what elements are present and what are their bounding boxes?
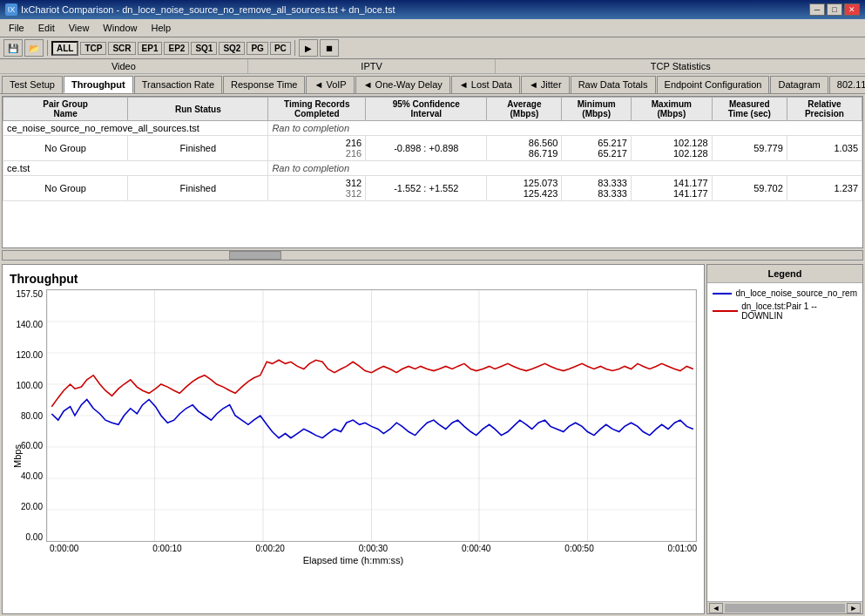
tag-all[interactable]: ALL: [51, 41, 78, 56]
tab-response-time[interactable]: Response Time: [223, 76, 305, 93]
menu-edit[interactable]: Edit: [33, 21, 60, 35]
table-row: No Group Finished 216216 -0.898 : +0.898…: [3, 136, 862, 161]
scroll-left[interactable]: ◄: [709, 603, 723, 613]
col-records: Timing RecordsCompleted: [268, 98, 366, 121]
tabs-row: Test Setup Throughput Transaction Rate R…: [0, 74, 865, 93]
avg-2: 125.073125.423: [487, 176, 562, 201]
legend-label-1: dn_loce_noise_source_no_rem: [735, 288, 857, 298]
tab-jitter[interactable]: ◄ Jitter: [521, 76, 570, 93]
menu-help[interactable]: Help: [145, 21, 176, 35]
toolbar: 💾 📂 ALL TCP SCR EP1 EP2 SQ1 SQ2 PG PC ▶ …: [0, 37, 865, 59]
tag-scr[interactable]: SCR: [108, 42, 135, 55]
tab-raw-data-totals[interactable]: Raw Data Totals: [571, 76, 656, 93]
legend-color-1: [713, 293, 732, 294]
save-button[interactable]: 💾: [3, 39, 23, 57]
toolbar-separator-2: [294, 40, 295, 56]
table-row: ce_noise_source_no_remove_all_sources.ts…: [3, 121, 862, 136]
main-content: Pair GroupName Run Status Timing Records…: [0, 94, 865, 616]
menu-view[interactable]: View: [64, 21, 95, 35]
filename-2: ce.tst: [3, 161, 268, 176]
col-time: MeasuredTime (sec): [712, 98, 787, 121]
col-max: Maximum(Mbps): [631, 98, 712, 121]
tab-endpoint-config[interactable]: Endpoint Configuration: [657, 76, 770, 93]
play-button[interactable]: ▶: [299, 39, 318, 57]
maximize-button[interactable]: □: [827, 3, 842, 16]
tab-one-way-delay[interactable]: ◄ One-Way Delay: [355, 76, 450, 93]
confidence-1: -0.898 : +0.898: [366, 136, 487, 161]
y-axis-label: Mbps: [12, 444, 23, 468]
avg-1: 86.56086.719: [487, 136, 562, 161]
table-scrollbar[interactable]: [2, 250, 863, 261]
status-2: Finished: [128, 176, 268, 201]
menu-window[interactable]: Window: [98, 21, 142, 35]
tab-lost-data[interactable]: ◄ Lost Data: [451, 76, 520, 93]
app-icon: IX: [5, 3, 17, 16]
table-row: ce.tst Ran to completion: [3, 161, 862, 176]
video-group-label: Video: [0, 59, 248, 73]
group-2: No Group: [3, 176, 128, 201]
completion-2: Ran to completion: [268, 161, 862, 176]
col-min: Minimum(Mbps): [562, 98, 632, 121]
menu-bar: File Edit View Window Help: [0, 19, 865, 37]
x-axis-label: Elapsed time (h:mm:ss): [10, 555, 697, 565]
x-axis-labels: 0:00:00 0:00:10 0:00:20 0:00:30 0:00:40 …: [50, 544, 697, 553]
stop-button[interactable]: ⏹: [320, 39, 339, 57]
toolbar-separator: [47, 40, 48, 56]
legend-panel: Legend dn_loce_noise_source_no_rem dn_lo…: [706, 264, 863, 614]
legend-scrollbar[interactable]: ◄ ►: [707, 601, 862, 613]
min-1: 65.21765.217: [562, 136, 632, 161]
tag-pg[interactable]: PG: [247, 42, 267, 55]
scroll-right[interactable]: ►: [847, 603, 861, 613]
tag-tcp[interactable]: TCP: [80, 42, 106, 55]
col-precision: RelativePrecision: [787, 98, 862, 121]
legend-item-2: dn_loce.tst:Pair 1 -- DOWNLIN: [713, 301, 857, 321]
tcp-group-label: TCP Statistics: [496, 59, 865, 73]
menu-file[interactable]: File: [3, 21, 30, 35]
legend-label-2: dn_loce.tst:Pair 1 -- DOWNLIN: [741, 301, 857, 321]
precision-2: 1.237: [787, 176, 862, 201]
iptv-group-label: IPTV: [248, 59, 497, 73]
col-confidence: 95% ConfidenceInterval: [366, 98, 487, 121]
tab-80211[interactable]: 802.11: [829, 76, 865, 93]
chart-plot: [46, 289, 697, 542]
tab-datagram[interactable]: Datagram: [770, 76, 828, 93]
legend-color-2: [713, 310, 738, 312]
tab-voip[interactable]: ◄ VoIP: [306, 76, 354, 93]
y-axis-labels: 157.50 140.00 120.00 100.00 80.00 60.00 …: [10, 289, 46, 542]
time-1: 59.779: [712, 136, 787, 161]
tag-pc[interactable]: PC: [270, 42, 291, 55]
tab-test-setup[interactable]: Test Setup: [2, 76, 63, 93]
chart-title: Throughput: [10, 272, 697, 286]
records-2: 312312: [268, 176, 366, 201]
confidence-2: -1.552 : +1.552: [366, 176, 487, 201]
lower-section: Throughput 157.50 140.00 120.00 100.00 8…: [2, 264, 863, 614]
title-bar: IX IxChariot Comparison - dn_loce_noise_…: [0, 0, 865, 19]
open-button[interactable]: 📂: [24, 39, 44, 57]
min-2: 83.33383.333: [562, 176, 632, 201]
legend-content: dn_loce_noise_source_no_rem dn_loce.tst:…: [707, 283, 862, 601]
tag-sq1[interactable]: SQ1: [191, 42, 217, 55]
tab-throughput[interactable]: Throughput: [64, 76, 133, 93]
data-table-container[interactable]: Pair GroupName Run Status Timing Records…: [2, 96, 863, 248]
tag-ep2[interactable]: EP2: [164, 42, 189, 55]
col-run-status: Run Status: [128, 98, 268, 121]
window-title: IxChariot Comparison - dn_loce_noise_sou…: [21, 4, 395, 15]
results-table: Pair GroupName Run Status Timing Records…: [3, 97, 862, 201]
legend-title: Legend: [707, 265, 862, 283]
status-1: Finished: [128, 136, 268, 161]
legend-item-1: dn_loce_noise_source_no_rem: [713, 288, 857, 298]
tag-sq2[interactable]: SQ2: [219, 42, 245, 55]
time-2: 59.702: [712, 176, 787, 201]
col-pair-group: Pair GroupName: [3, 98, 128, 121]
table-row: No Group Finished 312312 -1.552 : +1.552…: [3, 176, 862, 201]
tab-transaction-rate[interactable]: Transaction Rate: [134, 76, 222, 93]
close-button[interactable]: ✕: [844, 3, 860, 16]
group-1: No Group: [3, 136, 128, 161]
tag-ep1[interactable]: EP1: [138, 42, 163, 55]
max-2: 141.177141.177: [631, 176, 712, 201]
precision-1: 1.035: [787, 136, 862, 161]
max-1: 102.128102.128: [631, 136, 712, 161]
minimize-button[interactable]: ─: [809, 3, 825, 16]
completion-1: Ran to completion: [268, 121, 862, 136]
chart-area: Throughput 157.50 140.00 120.00 100.00 8…: [2, 264, 705, 614]
